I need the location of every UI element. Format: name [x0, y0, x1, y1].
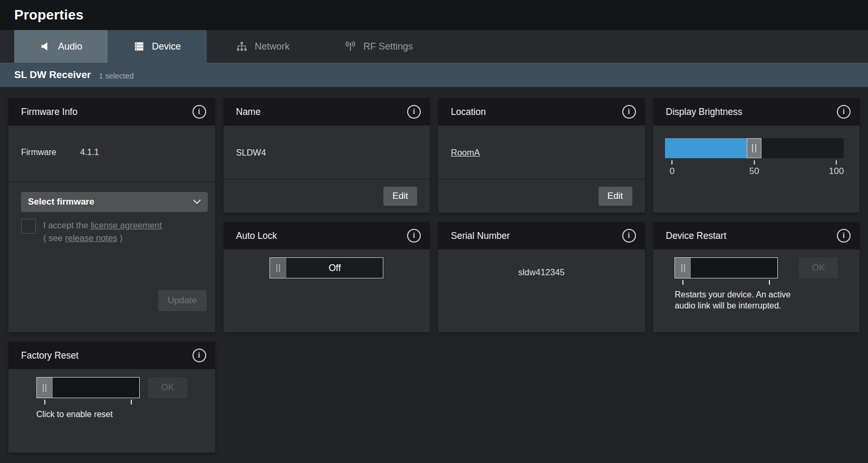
info-icon[interactable]: i [837, 229, 851, 243]
restart-confirm-slider[interactable] [674, 257, 778, 278]
factory-reset-body: Click to enable reset OK [8, 369, 215, 420]
location-body: RoomA Edit [438, 126, 645, 213]
tab-audio[interactable]: Audio [14, 30, 108, 63]
restart-description-line1: Restarts your device. An active [674, 289, 790, 300]
serial-number-value: sldw412345 [438, 249, 645, 277]
tick-label: 50 [749, 166, 759, 177]
firmware-label: Firmware [21, 148, 80, 157]
toggle-handle[interactable] [270, 258, 286, 278]
display-brightness-title: Display Brightness [666, 107, 742, 118]
firmware-version-value: 4.1.1 [80, 148, 99, 157]
auto-lock-state: Off [286, 258, 383, 278]
tick-mark [44, 400, 45, 404]
selection-header: SL DW Receiver 1 selected [0, 63, 868, 87]
name-footer: Edit [224, 179, 430, 213]
tab-rf-settings-label: RF Settings [363, 41, 413, 52]
card-location: Location i RoomA Edit [438, 98, 645, 213]
location-link[interactable]: RoomA [451, 148, 480, 157]
tab-network[interactable]: Network [207, 30, 319, 63]
location-footer: Edit [438, 179, 645, 213]
auto-lock-toggle[interactable]: Off [269, 257, 383, 278]
tab-device-label: Device [152, 41, 181, 52]
factory-reset-control-group: Click to enable reset OK [36, 377, 187, 420]
restart-slider-group: Restarts your device. An active audio li… [674, 257, 790, 311]
card-name: Name i SLDW4 Edit [224, 98, 430, 213]
firmware-info-header: Firmware Info i [8, 98, 215, 126]
info-icon[interactable]: i [192, 105, 206, 119]
brightness-scale: 0 50 100 [665, 160, 844, 179]
display-brightness-body: 0 50 100 [653, 126, 860, 179]
tab-rf-settings[interactable]: RF Settings [319, 30, 439, 63]
display-brightness-header: Display Brightness i [653, 98, 860, 126]
license-text: I accept the license agreement ( see rel… [43, 219, 162, 244]
brightness-tick: 100 [829, 160, 844, 177]
license-checkbox[interactable] [21, 219, 36, 234]
card-factory-reset: Factory Reset i Click to enable reset OK [8, 342, 215, 452]
tab-bar: Audio Device [0, 30, 868, 63]
device-restart-body: Restarts your device. An active audio li… [653, 249, 860, 311]
brightness-slider-fill [665, 138, 747, 158]
restart-control-group: Restarts your device. An active audio li… [674, 257, 838, 311]
info-icon[interactable]: i [837, 105, 851, 119]
edit-name-button[interactable]: Edit [383, 187, 417, 206]
factory-reset-slider-scale [36, 400, 140, 407]
serial-number-title: Serial Number [451, 230, 510, 242]
select-firmware-placeholder: Select firmware [28, 197, 94, 207]
device-restart-header: Device Restart i [653, 222, 860, 249]
factory-reset-slider-handle[interactable] [37, 378, 53, 398]
auto-lock-header: Auto Lock i [224, 222, 430, 249]
name-value: SLDW4 [224, 126, 430, 179]
restart-slider-handle[interactable] [675, 258, 691, 278]
divider [8, 181, 215, 182]
restart-description: Restarts your device. An active audio li… [674, 289, 790, 311]
factory-reset-ok-button[interactable]: OK [148, 377, 187, 398]
tick-mark [672, 160, 673, 165]
tab-device[interactable]: Device [108, 30, 207, 63]
update-button[interactable]: Update [158, 290, 207, 311]
select-firmware-dropdown[interactable]: Select firmware [21, 192, 208, 212]
info-icon[interactable]: i [407, 105, 421, 119]
release-notes-prefix: ( see [43, 233, 65, 243]
tick-mark [131, 400, 132, 404]
license-row: I accept the license agreement ( see rel… [21, 219, 208, 244]
brightness-slider-handle[interactable] [747, 138, 761, 158]
info-icon[interactable]: i [622, 229, 636, 243]
edit-location-button[interactable]: Edit [599, 187, 632, 206]
tick-mark [836, 160, 837, 165]
tick-mark [682, 280, 683, 285]
tab-network-label: Network [255, 41, 290, 52]
release-notes-link[interactable]: release notes [65, 233, 117, 243]
location-value-wrap: RoomA [438, 126, 645, 179]
network-topology-icon [236, 41, 248, 53]
firmware-version-row: Firmware 4.1.1 [21, 148, 202, 157]
antenna-icon [344, 41, 356, 53]
release-notes-suffix: ) [117, 233, 122, 243]
device-restart-title: Device Restart [666, 230, 727, 242]
page-title: Properties [14, 7, 84, 23]
info-icon[interactable]: i [407, 229, 421, 243]
info-icon[interactable]: i [622, 105, 636, 119]
auto-lock-body: Off [224, 249, 430, 278]
card-display-brightness: Display Brightness i 0 50 100 [653, 98, 860, 213]
brightness-slider[interactable] [665, 138, 844, 158]
tick-mark [754, 160, 755, 165]
tick-label: 0 [670, 166, 674, 177]
factory-reset-hint: Click to enable reset [36, 409, 140, 420]
card-firmware-info: Firmware Info i Firmware 4.1.1 Select fi… [8, 98, 215, 332]
selection-count: 1 selected [99, 70, 133, 80]
license-agreement-link[interactable]: license agreement [91, 220, 162, 230]
window-titlebar: Properties [0, 0, 868, 30]
restart-ok-button[interactable]: OK [799, 257, 838, 278]
chevron-down-icon [193, 197, 201, 207]
tick-mark [769, 280, 770, 285]
name-body: SLDW4 Edit [224, 126, 430, 213]
brightness-tick: 50 [749, 160, 759, 177]
tab-audio-label: Audio [58, 41, 82, 52]
tick-label: 100 [829, 166, 844, 177]
info-icon[interactable]: i [192, 349, 206, 362]
factory-reset-confirm-slider[interactable] [36, 377, 140, 398]
properties-grid: Firmware Info i Firmware 4.1.1 Select fi… [0, 87, 868, 452]
name-title: Name [236, 107, 261, 118]
location-title: Location [451, 107, 486, 118]
restart-slider-scale [674, 280, 778, 287]
